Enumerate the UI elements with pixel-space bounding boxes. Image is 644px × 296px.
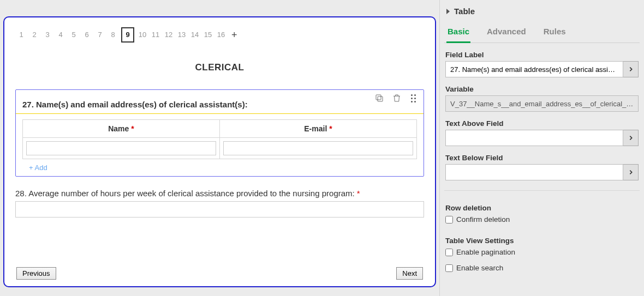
add-row-button[interactable]: + Add xyxy=(16,159,424,176)
property-tabs: Basic Advanced Rules xyxy=(444,21,640,43)
collapse-icon[interactable] xyxy=(446,9,450,14)
properties-panel: Table Basic Advanced Rules Field Label V… xyxy=(439,0,644,296)
tab-rules[interactable]: Rules xyxy=(542,21,567,43)
name-input[interactable] xyxy=(26,141,216,155)
previous-button[interactable]: Previous xyxy=(16,267,56,280)
field-text-q28[interactable]: 28. Average number of hours per week of … xyxy=(15,189,424,218)
section-row-deletion: Row deletion xyxy=(445,204,640,212)
page-tab-5[interactable]: 5 xyxy=(69,29,79,41)
field-toolbar xyxy=(374,93,419,103)
page-tab-7[interactable]: 7 xyxy=(95,29,105,41)
enable-search-checkbox[interactable]: Enable search xyxy=(445,264,640,272)
email-input[interactable] xyxy=(223,141,413,155)
page-tab-4[interactable]: 4 xyxy=(56,29,65,41)
confirm-deletion-checkbox[interactable]: Confirm deletion xyxy=(445,215,640,223)
panel-title: Table xyxy=(454,7,475,16)
prop-text-above: Text Above Field xyxy=(444,119,640,146)
table-q27: Name* E-mail* xyxy=(22,119,417,159)
page-tab-3[interactable]: 3 xyxy=(43,29,52,41)
table-header-email: E-mail* xyxy=(220,120,416,137)
page-tab-14[interactable]: 14 xyxy=(190,29,200,41)
svg-rect-0 xyxy=(378,96,383,101)
variable-input xyxy=(445,95,639,112)
page-tab-15[interactable]: 15 xyxy=(203,29,213,41)
field-table-clerical-assistants[interactable]: 27. Name(s) and email address(es) of cle… xyxy=(15,89,424,177)
prop-variable: Variable xyxy=(444,85,640,112)
page-tab-2[interactable]: 2 xyxy=(29,29,39,41)
table-row xyxy=(23,138,416,159)
tab-advanced[interactable]: Advanced xyxy=(486,21,527,43)
expand-button[interactable] xyxy=(623,130,639,146)
expand-button[interactable] xyxy=(623,61,639,77)
text-above-input[interactable] xyxy=(445,130,623,146)
page-tab-12[interactable]: 12 xyxy=(164,29,174,41)
enable-pagination-checkbox[interactable]: Enable pagination xyxy=(445,248,640,256)
table-header-name: Name* xyxy=(23,120,220,137)
expand-button[interactable] xyxy=(623,164,639,180)
svg-rect-1 xyxy=(376,95,381,100)
page-tab-9[interactable]: 9 xyxy=(121,27,134,43)
prop-field-label: Field Label xyxy=(444,51,640,77)
delete-icon[interactable] xyxy=(392,93,402,103)
required-icon: * xyxy=(329,124,332,133)
section-table-view: Table View Settings xyxy=(445,237,640,245)
q28-input[interactable] xyxy=(15,201,424,218)
page-tab-13[interactable]: 13 xyxy=(177,29,187,41)
field-label-q28: 28. Average number of hours per week of … xyxy=(15,189,424,198)
text-below-input[interactable] xyxy=(445,164,623,180)
form-canvas: 1 2 3 4 5 6 7 8 9 10 11 12 13 14 15 16 +… xyxy=(3,16,436,287)
page-tabs: 1 2 3 4 5 6 7 8 9 10 11 12 13 14 15 16 + xyxy=(4,17,435,49)
prop-text-below: Text Below Field xyxy=(444,154,640,180)
required-icon: * xyxy=(131,124,134,133)
tab-basic[interactable]: Basic xyxy=(446,21,470,43)
page-tab-10[interactable]: 10 xyxy=(138,29,147,41)
page-tab-6[interactable]: 6 xyxy=(82,29,92,41)
page-tab-1[interactable]: 1 xyxy=(16,29,26,41)
field-label-input[interactable] xyxy=(445,61,623,77)
add-page-button[interactable]: + xyxy=(229,29,240,41)
field-label-q27: 27. Name(s) and email address(es) of cle… xyxy=(16,90,424,114)
next-button[interactable]: Next xyxy=(396,267,423,280)
page-tab-16[interactable]: 16 xyxy=(216,29,226,41)
page-tab-11[interactable]: 11 xyxy=(151,29,160,41)
page-title: CLERICAL xyxy=(4,62,435,73)
drag-handle-icon[interactable] xyxy=(409,94,419,102)
page-tab-8[interactable]: 8 xyxy=(108,29,118,41)
required-icon: * xyxy=(357,189,360,198)
duplicate-icon[interactable] xyxy=(374,93,384,103)
